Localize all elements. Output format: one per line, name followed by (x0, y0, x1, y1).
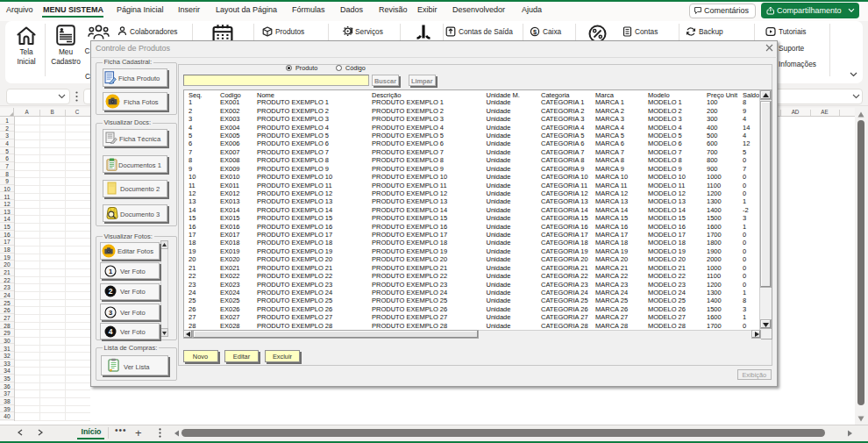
svg-text:$: $ (533, 27, 537, 35)
svg-text:2: 2 (109, 287, 113, 296)
svg-text:1: 1 (109, 267, 112, 275)
svg-text:4: 4 (109, 327, 113, 336)
svg-text:3: 3 (109, 308, 112, 316)
